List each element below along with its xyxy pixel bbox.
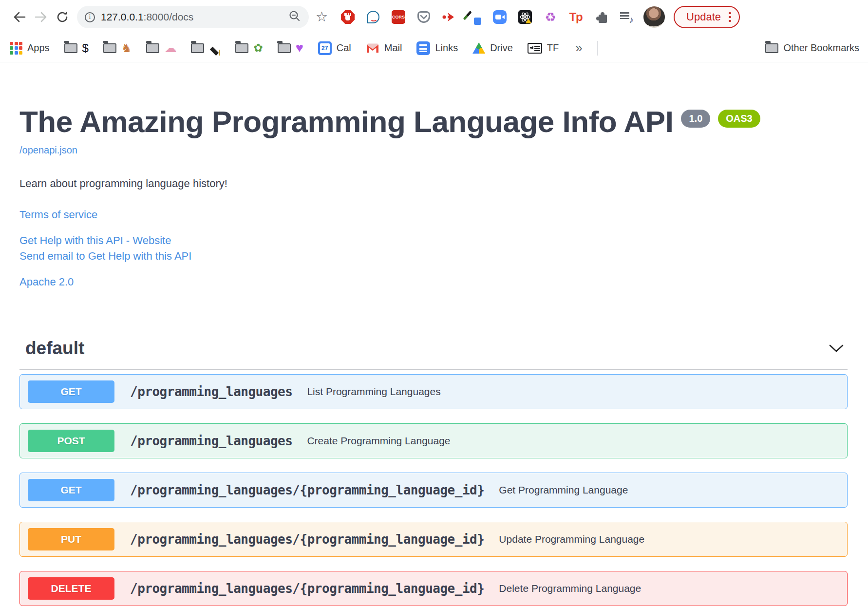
bookmark-drive[interactable]: Drive (472, 42, 513, 54)
calendar-icon: 27 (318, 41, 332, 55)
puzzle-icon[interactable] (594, 10, 608, 24)
page-title: The Amazing Programming Language Info AP… (19, 104, 673, 139)
media-queue-icon[interactable] (619, 10, 634, 24)
bookmark-folder-herb[interactable] (235, 42, 263, 54)
graduation-cap-icon (209, 47, 221, 52)
bookmark-folder-graduation-cap[interactable] (191, 43, 221, 53)
endpoint-summary: Create Programming Language (307, 435, 450, 447)
bookmark-links[interactable]: Links (416, 41, 458, 55)
folder-icon (235, 43, 248, 53)
endpoint-path: /programming_languages/{programming_lang… (130, 532, 484, 547)
endpoint-summary: Delete Programming Language (499, 583, 641, 594)
zoom-out-icon[interactable] (288, 10, 301, 24)
profile-avatar[interactable] (643, 6, 665, 28)
drive-icon (472, 42, 485, 54)
contact-website-link[interactable]: Get Help with this API - Website (19, 233, 848, 248)
url-text[interactable]: 127.0.0.1:8000/docs (101, 11, 288, 23)
endpoint-summary: Update Programming Language (499, 533, 644, 545)
bookmark-apps[interactable]: Apps (10, 42, 50, 55)
endpoint-summary: List Programming Languages (307, 386, 440, 398)
endpoint-path: /programming_languages (130, 434, 292, 448)
folder-icon (191, 43, 204, 53)
purple-heart-icon (296, 41, 303, 55)
terms-of-service-link[interactable]: Terms of service (19, 209, 848, 221)
bookmark-calendar[interactable]: 27Cal (318, 41, 351, 55)
other-bookmarks[interactable]: Other Bookmarks (765, 42, 859, 54)
back-icon[interactable] (9, 6, 30, 28)
bookmark-mail[interactable]: Mail (366, 42, 402, 54)
tf-card-icon (528, 43, 542, 54)
api-info-header: The Amazing Programming Language Info AP… (19, 104, 848, 139)
bookmarks-bar: Apps $ 27Cal Mail Links Drive TF » Other… (0, 34, 868, 62)
endpoint-row-delete[interactable]: DELETE /programming_languages/{programmi… (19, 571, 848, 606)
method-badge: DELETE (28, 577, 114, 600)
bookmarks-overflow-chevron[interactable]: » (575, 40, 582, 56)
brain-icon (164, 42, 176, 54)
folder-icon (64, 43, 77, 53)
recycle-icon[interactable] (543, 10, 558, 24)
browser-menu-dots-icon[interactable] (729, 12, 731, 22)
extensions-row: CORS Tp (340, 10, 634, 24)
bookmark-folder-brain[interactable] (146, 42, 176, 54)
endpoint-list: GET /programming_languages List Programm… (19, 374, 848, 607)
api-description: Learn about programming language history… (19, 177, 848, 190)
endpoint-row-post-create[interactable]: POST /programming_languages Create Progr… (19, 423, 848, 458)
bookmarks-divider (597, 41, 598, 56)
adblock-hand-icon[interactable] (340, 10, 355, 24)
chevron-down-icon[interactable] (825, 339, 848, 358)
bookmark-tf[interactable]: TF (528, 42, 559, 54)
endpoint-row-get-one[interactable]: GET /programming_languages/{programming_… (19, 473, 848, 508)
swagger-page: The Amazing Programming Language Info AP… (0, 104, 868, 607)
method-badge: GET (28, 380, 114, 403)
method-badge: PUT (28, 528, 114, 550)
update-button[interactable]: Update (674, 6, 739, 28)
react-devtools-icon[interactable] (518, 10, 532, 24)
endpoint-row-get-list[interactable]: GET /programming_languages List Programm… (19, 374, 848, 409)
gmail-icon (366, 43, 379, 53)
site-info-icon[interactable] (85, 12, 95, 22)
oas3-badge: OAS3 (718, 110, 760, 128)
pocket-icon[interactable] (416, 10, 431, 24)
links-doc-icon (416, 41, 430, 55)
bookmark-folder-dollar[interactable]: $ (64, 42, 89, 54)
endpoint-row-put-update[interactable]: PUT /programming_languages/{programming_… (19, 522, 848, 557)
color-picker-icon[interactable] (467, 10, 482, 24)
carousel-horse-icon (121, 42, 132, 54)
zoom-video-icon[interactable] (492, 10, 507, 24)
red-arrow-icon[interactable] (442, 10, 456, 24)
api-info-links: Terms of service Get Help with this API … (19, 209, 848, 288)
chat-bubble-icon[interactable] (366, 10, 380, 24)
method-badge: GET (28, 479, 114, 501)
address-bar[interactable]: 127.0.0.1:8000/docs (77, 6, 309, 28)
apps-grid-icon (10, 42, 22, 55)
license-link[interactable]: Apache 2.0 (19, 276, 848, 288)
endpoint-path: /programming_languages (130, 384, 292, 399)
version-badge: 1.0 (681, 110, 710, 128)
folder-icon (278, 43, 291, 53)
endpoint-path: /programming_languages/{programming_lang… (130, 581, 484, 596)
folder-icon (146, 43, 159, 53)
section-title: default (19, 338, 84, 359)
cors-icon[interactable]: CORS (391, 10, 406, 24)
browser-toolbar: 127.0.0.1:8000/docs CORS Tp Update (0, 0, 868, 34)
bookmark-star-icon[interactable] (316, 10, 328, 24)
reload-icon[interactable] (52, 6, 73, 28)
folder-icon (103, 43, 116, 53)
tag-section-default[interactable]: default (19, 338, 848, 359)
endpoint-path: /programming_languages/{programming_lang… (130, 483, 484, 497)
section-divider (19, 369, 848, 370)
contact-email-link[interactable]: Send email to Get Help with this API (19, 248, 848, 264)
method-badge: POST (28, 430, 114, 452)
herb-icon (253, 42, 263, 54)
teleparty-icon[interactable]: Tp (568, 10, 583, 24)
forward-icon[interactable] (30, 6, 52, 28)
bookmark-folder-purple-heart[interactable] (278, 41, 303, 55)
bookmark-folder-carousel-horse[interactable] (103, 42, 132, 54)
openapi-spec-link[interactable]: /openapi.json (19, 145, 77, 156)
endpoint-summary: Get Programming Language (499, 484, 628, 496)
folder-icon (765, 43, 778, 53)
